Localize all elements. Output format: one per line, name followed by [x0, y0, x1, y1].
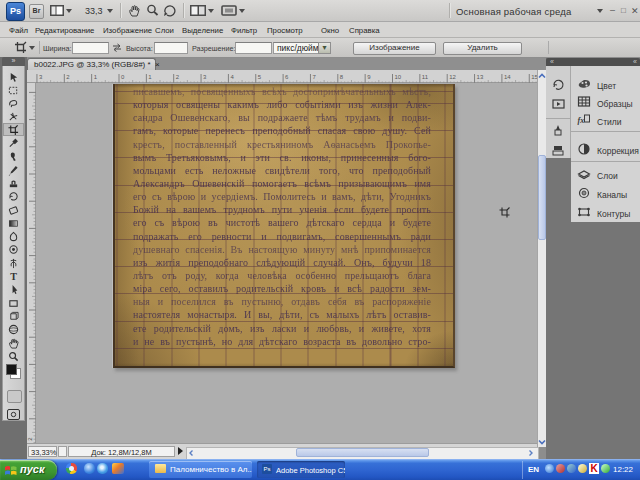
svg-text:9: 9: [367, 74, 371, 80]
svg-text:2: 2: [176, 74, 180, 80]
svg-text:3: 3: [39, 74, 43, 80]
svg-text:5: 5: [258, 74, 262, 80]
svg-text:2: 2: [66, 74, 70, 80]
svg-text:7: 7: [312, 74, 316, 80]
svg-text:12: 12: [449, 74, 456, 80]
svg-text:3: 3: [203, 74, 207, 80]
svg-text:10: 10: [395, 74, 402, 80]
svg-text:13: 13: [477, 74, 484, 80]
svg-text:8: 8: [340, 74, 344, 80]
svg-text:1: 1: [94, 74, 98, 80]
svg-text:1: 1: [148, 74, 152, 80]
svg-text:11: 11: [422, 74, 429, 80]
svg-text:14: 14: [504, 74, 511, 80]
svg-text:0: 0: [121, 74, 125, 80]
svg-text:6: 6: [285, 74, 289, 80]
svg-text:4: 4: [230, 74, 234, 80]
svg-text:fx: fx: [578, 116, 585, 125]
svg-text:T: T: [10, 271, 17, 282]
